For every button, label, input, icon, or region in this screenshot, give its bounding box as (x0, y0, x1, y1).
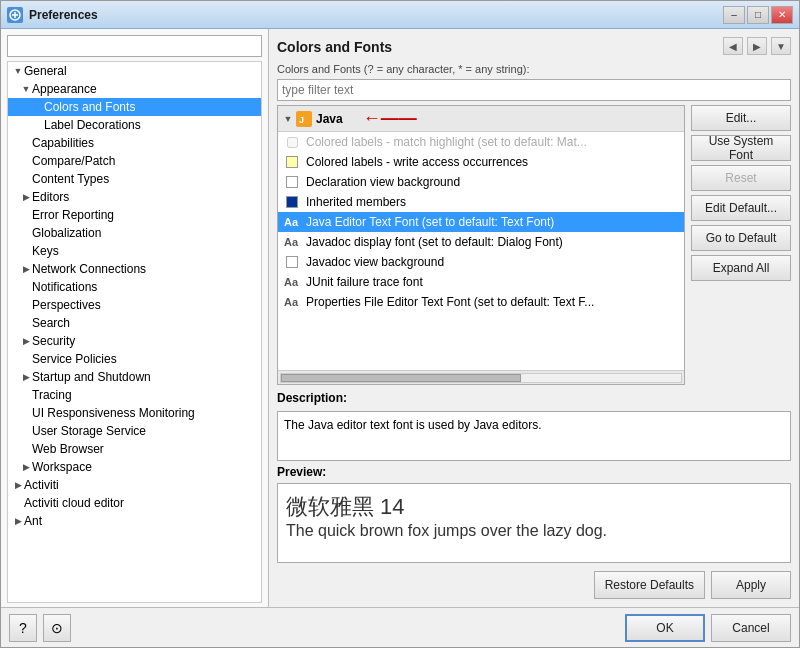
cancel-button[interactable]: Cancel (711, 614, 791, 642)
list-item-javadoc-view-bg[interactable]: Javadoc view background (278, 252, 684, 272)
content-area: ▼ J Java ←—— (277, 105, 791, 385)
toggle-icon (20, 137, 32, 149)
list-item-javadoc-display-font[interactable]: Aa Javadoc display font (set to default:… (278, 232, 684, 252)
reset-button[interactable]: Reset (691, 165, 791, 191)
toggle-icon: ▶ (12, 479, 24, 491)
aa-font-icon: Aa (284, 294, 300, 310)
apply-button[interactable]: Apply (711, 571, 791, 599)
toggle-icon (12, 497, 24, 509)
toggle-icon (20, 443, 32, 455)
tree-item-user-storage[interactable]: User Storage Service (8, 422, 261, 440)
aa-font-icon: Aa (284, 214, 300, 230)
horizontal-scrollbar[interactable] (278, 370, 684, 384)
tree-item-service-policies[interactable]: Service Policies (8, 350, 261, 368)
tree-item-label-decorations[interactable]: Label Decorations (8, 116, 261, 134)
filter-input[interactable] (277, 79, 791, 101)
java-section-header[interactable]: ▼ J Java ←—— (278, 106, 684, 132)
action-buttons: Edit... Use System Font Reset Edit Defau… (691, 105, 791, 385)
tree-search-input[interactable] (7, 35, 262, 57)
use-system-font-button[interactable]: Use System Font (691, 135, 791, 161)
toggle-icon: ▼ (20, 83, 32, 95)
toggle-icon (20, 353, 32, 365)
toggle-icon: ▼ (12, 65, 24, 77)
title-bar: Preferences – □ ✕ (1, 1, 799, 29)
svg-text:J: J (299, 115, 304, 125)
filter-subtitle: Colors and Fonts (? = any character, * =… (277, 63, 791, 75)
go-to-default-button[interactable]: Go to Default (691, 225, 791, 251)
tree-item-editors[interactable]: ▶ Editors (8, 188, 261, 206)
tree-item-keys[interactable]: Keys (8, 242, 261, 260)
restore-apply-row: Restore Defaults Apply (277, 571, 791, 599)
tree-item-network-connections[interactable]: ▶ Network Connections (8, 260, 261, 278)
list-item-label: Declaration view background (306, 175, 460, 189)
bottom-left-buttons: ? ⊙ (9, 614, 71, 642)
tree-container: ▼ General ▼ Appearance Colors and Fonts … (7, 61, 262, 603)
list-item-colored-labels-write[interactable]: Colored labels - write access occurrence… (278, 152, 684, 172)
minimize-button[interactable]: – (723, 6, 745, 24)
list-item-colored-labels-match[interactable]: Colored labels - match highlight (set to… (278, 132, 684, 152)
aa-font-icon: Aa (284, 234, 300, 250)
toggle-icon (32, 101, 44, 113)
restore-defaults-button[interactable]: Restore Defaults (594, 571, 705, 599)
list-item-inherited-members[interactable]: Inherited members (278, 192, 684, 212)
list-item-junit-font[interactable]: Aa JUnit failure trace font (278, 272, 684, 292)
ok-button[interactable]: OK (625, 614, 705, 642)
nav-forward-button[interactable]: ▶ (747, 37, 767, 55)
maximize-button[interactable]: □ (747, 6, 769, 24)
tree-item-appearance[interactable]: ▼ Appearance (8, 80, 261, 98)
preview-label: Preview: (277, 465, 791, 479)
tree-item-startup-shutdown[interactable]: ▶ Startup and Shutdown (8, 368, 261, 386)
color-swatch-icon (284, 254, 300, 270)
left-panel: ▼ General ▼ Appearance Colors and Fonts … (1, 29, 269, 607)
toggle-icon (20, 173, 32, 185)
help-button[interactable]: ? (9, 614, 37, 642)
list-item-java-editor-text-font[interactable]: Aa Java Editor Text Font (set to default… (278, 212, 684, 232)
tree-item-ui-responsiveness[interactable]: UI Responsiveness Monitoring (8, 404, 261, 422)
tree-item-activiti-cloud-editor[interactable]: Activiti cloud editor (8, 494, 261, 512)
description-section: Description: The Java editor text font i… (277, 391, 791, 461)
color-swatch-icon (284, 154, 300, 170)
tree-item-notifications[interactable]: Notifications (8, 278, 261, 296)
tree-item-content-types[interactable]: Content Types (8, 170, 261, 188)
tree-item-compare-patch[interactable]: Compare/Patch (8, 152, 261, 170)
tree-item-colors-and-fonts[interactable]: Colors and Fonts (8, 98, 261, 116)
tree-item-search[interactable]: Search (8, 314, 261, 332)
tree-item-tracing[interactable]: Tracing (8, 386, 261, 404)
tree-item-general[interactable]: ▼ General (8, 62, 261, 80)
toggle-icon (32, 119, 44, 131)
tree-item-globalization[interactable]: Globalization (8, 224, 261, 242)
tree-item-ant[interactable]: ▶ Ant (8, 512, 261, 530)
list-item-declaration-view[interactable]: Declaration view background (278, 172, 684, 192)
preview-chinese-text: 微软雅黑 14 (286, 492, 782, 522)
toggle-icon (20, 281, 32, 293)
edit-default-button[interactable]: Edit Default... (691, 195, 791, 221)
h-scroll-track (280, 373, 682, 383)
checkbox-input[interactable] (287, 137, 298, 148)
list-item-label: Inherited members (306, 195, 406, 209)
window-title: Preferences (29, 8, 723, 22)
font-list-panel: ▼ J Java ←—— (277, 105, 685, 385)
window-controls: – □ ✕ (723, 6, 793, 24)
tree-item-capabilities[interactable]: Capabilities (8, 134, 261, 152)
bottom-bar: ? ⊙ OK Cancel (1, 607, 799, 647)
list-item-label: JUnit failure trace font (306, 275, 423, 289)
toggle-icon (20, 317, 32, 329)
tree-item-workspace[interactable]: ▶ Workspace (8, 458, 261, 476)
toggle-icon (20, 245, 32, 257)
bottom-right-buttons: OK Cancel (625, 614, 791, 642)
java-section-label: Java (316, 112, 343, 126)
close-button[interactable]: ✕ (771, 6, 793, 24)
toggle-icon: ▶ (20, 335, 32, 347)
info-button[interactable]: ⊙ (43, 614, 71, 642)
toggle-icon (20, 407, 32, 419)
nav-menu-button[interactable]: ▼ (771, 37, 791, 55)
tree-item-error-reporting[interactable]: Error Reporting (8, 206, 261, 224)
tree-item-perspectives[interactable]: Perspectives (8, 296, 261, 314)
edit-button[interactable]: Edit... (691, 105, 791, 131)
list-item-properties-font[interactable]: Aa Properties File Editor Text Font (set… (278, 292, 684, 312)
tree-item-web-browser[interactable]: Web Browser (8, 440, 261, 458)
nav-back-button[interactable]: ◀ (723, 37, 743, 55)
tree-item-security[interactable]: ▶ Security (8, 332, 261, 350)
expand-all-button[interactable]: Expand All (691, 255, 791, 281)
tree-item-activiti[interactable]: ▶ Activiti (8, 476, 261, 494)
